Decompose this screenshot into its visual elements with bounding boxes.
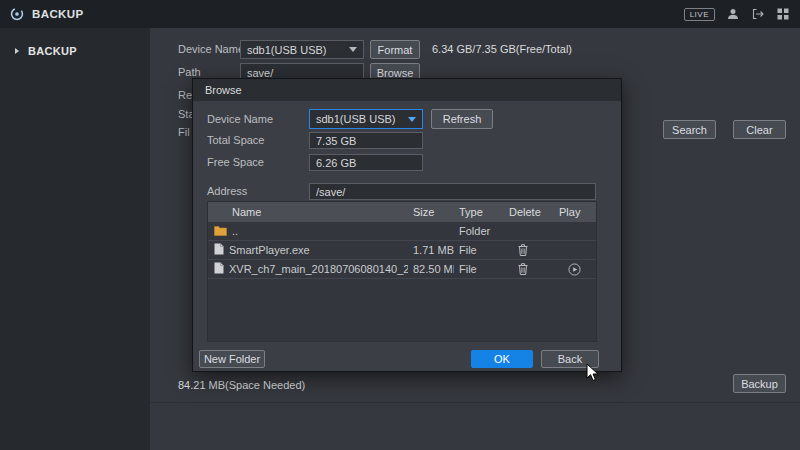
table-row[interactable]: XVR_ch7_main_20180706080140_20180... 82.… xyxy=(208,260,596,279)
ok-button[interactable]: OK xyxy=(471,350,533,368)
form-label-clipped-3: Fil xyxy=(178,123,190,142)
dialog-title: Browse xyxy=(205,84,242,96)
address-input[interactable] xyxy=(309,183,596,200)
dialog-device-name-label: Device Name xyxy=(207,109,273,129)
col-type: Type xyxy=(454,206,504,218)
table-row[interactable]: SmartPlayer.exe 1.71 MB File xyxy=(208,241,596,260)
topbar-actions: LIVE xyxy=(684,7,790,21)
table-row[interactable]: .. Folder xyxy=(208,222,596,241)
table-header: Name Size Type Delete Play xyxy=(208,202,596,222)
sidebar-item-label: BACKUP xyxy=(28,45,77,57)
sidebar: BACKUP xyxy=(0,28,150,450)
chevron-down-icon xyxy=(408,117,416,122)
play-circle-icon xyxy=(568,263,581,276)
file-type: File xyxy=(454,244,504,256)
chevron-right-icon xyxy=(15,48,19,54)
address-label: Address xyxy=(207,183,247,200)
form-label-clipped-1: Re xyxy=(178,86,192,105)
folder-icon xyxy=(214,225,227,238)
sidebar-item-backup[interactable]: BACKUP xyxy=(0,38,150,64)
user-icon[interactable] xyxy=(726,7,740,21)
file-name: SmartPlayer.exe xyxy=(229,244,310,256)
logout-icon[interactable] xyxy=(751,7,765,21)
col-play: Play xyxy=(554,206,596,218)
search-button[interactable]: Search xyxy=(663,120,716,139)
dialog-device-name-value: sdb1(USB USB) xyxy=(316,113,395,125)
file-size: 1.71 MB xyxy=(408,244,454,256)
new-folder-button[interactable]: New Folder xyxy=(199,350,265,368)
trash-icon xyxy=(518,244,528,256)
file-type: Folder xyxy=(454,225,504,237)
file-icon xyxy=(214,262,224,276)
capacity-text: 6.34 GB/7.35 GB(Free/Total) xyxy=(432,40,572,59)
file-table: Name Size Type Delete Play .. Folder xyxy=(207,201,597,342)
free-space-label: Free Space xyxy=(207,154,264,171)
file-name: .. xyxy=(232,225,238,237)
format-button[interactable]: Format xyxy=(370,40,420,59)
total-space-label: Total Space xyxy=(207,132,264,149)
back-button[interactable]: Back xyxy=(541,350,599,368)
device-name-value: sdb1(USB USB) xyxy=(247,44,326,56)
file-size: 82.50 MB xyxy=(408,263,454,275)
backup-button[interactable]: Backup xyxy=(733,374,786,393)
col-size: Size xyxy=(408,206,454,218)
play-button[interactable] xyxy=(554,263,596,276)
topbar: BACKUP LIVE xyxy=(0,0,800,28)
total-space-value: 7.35 GB xyxy=(309,132,423,149)
delete-button[interactable] xyxy=(504,244,554,256)
app-window: BACKUP LIVE BACK xyxy=(0,0,800,450)
live-button[interactable]: LIVE xyxy=(684,8,715,21)
device-name-select[interactable]: sdb1(USB USB) xyxy=(240,40,364,59)
trash-icon xyxy=(518,263,528,275)
app-logo-icon xyxy=(10,7,24,21)
browse-dialog: Browse Device Name sdb1(USB USB) Refresh… xyxy=(192,78,622,372)
space-needed-text: 84.21 MB(Space Needed) xyxy=(178,376,305,395)
divider xyxy=(150,402,800,403)
free-space-value: 6.26 GB xyxy=(309,154,423,171)
apps-grid-icon[interactable] xyxy=(776,7,790,21)
delete-button[interactable] xyxy=(504,263,554,275)
dialog-device-name-select[interactable]: sdb1(USB USB) xyxy=(309,109,423,129)
clear-button[interactable]: Clear xyxy=(733,120,786,139)
chevron-down-icon xyxy=(349,47,357,52)
dialog-titlebar: Browse xyxy=(193,79,621,101)
refresh-button[interactable]: Refresh xyxy=(431,109,493,129)
file-icon xyxy=(214,243,224,257)
page-title: BACKUP xyxy=(32,8,84,20)
device-name-label: Device Name xyxy=(178,40,244,59)
file-name: XVR_ch7_main_20180706080140_20180... xyxy=(229,263,408,275)
col-name: Name xyxy=(208,206,408,218)
file-type: File xyxy=(454,263,504,275)
col-delete: Delete xyxy=(504,206,554,218)
